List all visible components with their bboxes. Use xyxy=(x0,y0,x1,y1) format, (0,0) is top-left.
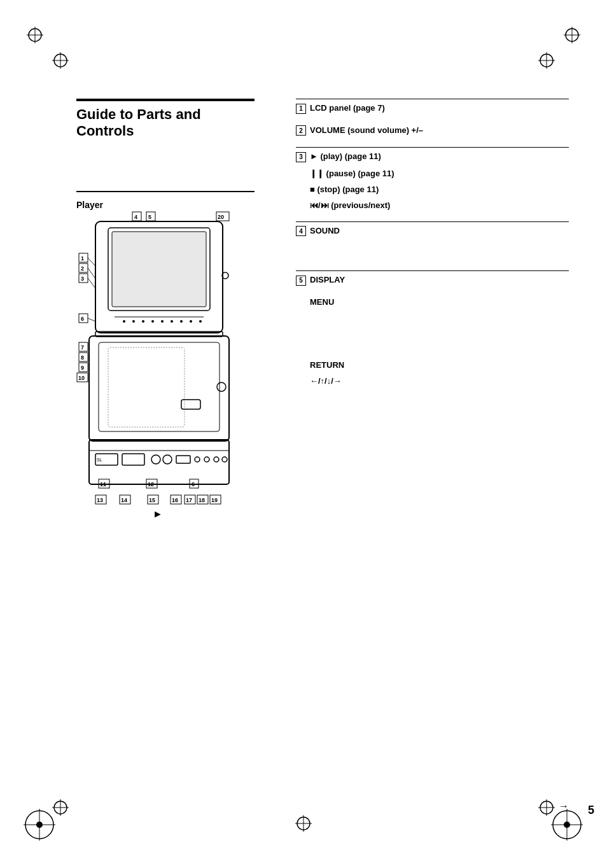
svg-point-60 xyxy=(222,457,227,462)
item-4-row: 4 SOUND xyxy=(296,226,569,237)
item-1-rule xyxy=(296,99,569,99)
item-4-number: 4 xyxy=(296,226,306,236)
svg-text:6: 6 xyxy=(192,481,195,487)
svg-text:8: 8 xyxy=(81,354,84,361)
item-1-row: 1 LCD panel (page 7) xyxy=(296,103,569,114)
svg-text:3: 3 xyxy=(81,276,84,282)
svg-point-48 xyxy=(217,382,226,391)
item-1-text: LCD panel (page 7) xyxy=(310,103,385,113)
svg-line-103 xyxy=(88,258,95,266)
reg-mark-top-right-outer xyxy=(562,25,582,45)
svg-text:7: 7 xyxy=(81,344,84,351)
player-label: Player xyxy=(76,200,286,210)
svg-rect-44 xyxy=(89,336,229,441)
svg-text:1: 1 xyxy=(81,255,84,262)
item-5-text: DISPLAY xyxy=(310,275,345,284)
reg-mark-bottom-right-inner xyxy=(537,798,556,817)
svg-line-104 xyxy=(88,268,95,279)
svg-point-42 xyxy=(199,320,202,323)
item-2-number: 2 xyxy=(296,125,306,136)
svg-text:►: ► xyxy=(153,508,163,519)
svg-point-59 xyxy=(214,457,219,462)
svg-line-105 xyxy=(88,278,95,288)
item-3-text: ► (play) (page 11) xyxy=(310,151,381,161)
left-column: Guide to Parts and Controls Player xyxy=(76,99,286,521)
svg-point-39 xyxy=(171,320,173,323)
svg-text:4: 4 xyxy=(134,214,137,220)
item-2-row: 2 VOLUME (sound volume) +/– xyxy=(296,125,569,136)
menu-text: MENU xyxy=(296,297,569,307)
svg-point-34 xyxy=(123,320,125,323)
item-5-row: 5 DISPLAY xyxy=(296,275,569,286)
svg-point-36 xyxy=(142,320,144,323)
item-3-row: 3 ► (play) (page 11) xyxy=(296,151,569,162)
svg-rect-56 xyxy=(176,456,190,463)
item-3-number: 3 xyxy=(296,152,306,162)
page-number: 5 xyxy=(588,804,594,817)
svg-text:19: 19 xyxy=(211,497,218,503)
item-5-number: 5 xyxy=(296,276,306,286)
reg-mark-top-left-inner xyxy=(51,51,70,70)
svg-rect-46 xyxy=(108,347,185,427)
svg-rect-53 xyxy=(122,454,144,465)
svg-point-35 xyxy=(132,320,135,323)
reg-mark-bottom-left-inner xyxy=(51,798,70,817)
right-column: 1 LCD panel (page 7) 2 VOLUME (sound vol… xyxy=(296,99,569,388)
item-1-number: 1 xyxy=(296,104,306,114)
svg-text:9: 9 xyxy=(81,365,84,371)
svg-point-37 xyxy=(151,320,154,323)
title-rule xyxy=(76,99,255,101)
svg-text:SL: SL xyxy=(97,458,102,462)
svg-rect-45 xyxy=(99,342,220,431)
svg-text:5: 5 xyxy=(148,214,151,220)
arrow-keys-text: ←/↑/↓/→ xyxy=(296,376,569,386)
svg-point-57 xyxy=(195,457,200,462)
svg-text:2: 2 xyxy=(81,265,84,272)
item-4-text: SOUND xyxy=(310,226,340,235)
svg-text:18: 18 xyxy=(199,497,205,503)
svg-line-106 xyxy=(88,318,95,321)
item-pause-text: ❙❙ (pause) (page 11) xyxy=(296,169,569,178)
device-diagram: SL 1 xyxy=(76,215,255,521)
svg-point-38 xyxy=(161,320,164,323)
item-5-rule xyxy=(296,270,569,271)
player-rule xyxy=(76,191,255,192)
svg-point-55 xyxy=(163,455,172,464)
svg-text:17: 17 xyxy=(186,497,192,503)
return-text: RETURN xyxy=(296,360,569,370)
svg-text:12: 12 xyxy=(148,481,154,487)
svg-point-54 xyxy=(151,455,160,464)
svg-text:10: 10 xyxy=(78,375,85,381)
reg-mark-top-right-inner xyxy=(537,51,556,70)
svg-text:14: 14 xyxy=(121,497,127,503)
reg-mark-top-left-outer xyxy=(25,25,45,45)
svg-text:20: 20 xyxy=(218,214,224,220)
item-4-rule xyxy=(296,221,569,222)
page-title: Guide to Parts and Controls xyxy=(76,106,286,140)
item-3-rule xyxy=(296,147,569,148)
svg-point-41 xyxy=(190,320,192,323)
item-stop-text: ■ (stop) (page 11) xyxy=(296,185,569,194)
item-prevnext-text: ⏮/⏭ (previous/next) xyxy=(296,200,569,210)
reg-mark-bottom-center xyxy=(294,814,313,833)
bottom-arrow-icon: → xyxy=(559,801,569,812)
svg-point-58 xyxy=(204,457,209,462)
svg-text:13: 13 xyxy=(97,497,103,503)
svg-text:6: 6 xyxy=(81,316,84,322)
svg-point-40 xyxy=(180,320,183,323)
svg-text:16: 16 xyxy=(172,497,178,503)
svg-text:11: 11 xyxy=(100,481,106,487)
item-2-text: VOLUME (sound volume) +/– xyxy=(310,125,423,135)
svg-rect-31 xyxy=(112,232,206,307)
svg-text:15: 15 xyxy=(149,497,155,503)
